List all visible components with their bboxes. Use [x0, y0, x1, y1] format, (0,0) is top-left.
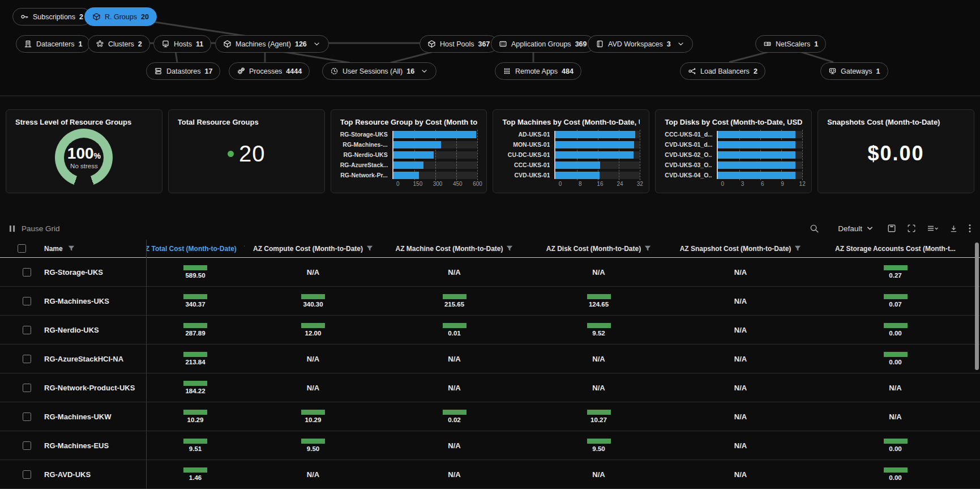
- topology-node-datacenters[interactable]: Datacenters1: [16, 35, 90, 53]
- chart-category-label: RG-Nerdio-UKS: [340, 151, 388, 159]
- topology-node-r-groups[interactable]: R. Groups20: [84, 7, 157, 26]
- row-name: RG-Machines-EUS: [36, 441, 146, 450]
- topology-node-remote-apps[interactable]: Remote Apps484: [495, 62, 581, 80]
- search-icon[interactable]: [810, 224, 819, 233]
- topology-node-gateways[interactable]: Gateways1: [820, 62, 888, 80]
- node-count: 20: [141, 13, 149, 21]
- pause-grid-label[interactable]: Pause Grid: [22, 224, 60, 233]
- value-text: 9.51: [189, 445, 202, 452]
- value-bar: [443, 410, 467, 415]
- topology-node-hosts[interactable]: Hosts11: [153, 35, 211, 53]
- value-bar: [587, 294, 611, 299]
- topology-node-netscalers[interactable]: NetScalers1: [755, 35, 826, 53]
- axis-tick: 0: [396, 181, 400, 187]
- topology-node-datastores[interactable]: Datastores17: [146, 62, 220, 80]
- column-header-az-disk-cost-month-to-date[interactable]: AZ Disk Cost (Month-to-Date): [527, 245, 670, 253]
- chart-bar-track: [718, 172, 802, 179]
- node-count: 367: [478, 40, 490, 48]
- table-row[interactable]: RG-Nerdio-UKS287.8912.000.019.52N/A0.00: [0, 316, 980, 345]
- column-header-az-total-cost-month-to-date[interactable]: AZ Total Cost (Month-to-Date): [146, 245, 245, 253]
- scrollbar-thumb[interactable]: [975, 243, 979, 370]
- table-row[interactable]: RG-AzureStackHCI-NA213.84N/AN/AN/AN/A0.0…: [0, 345, 980, 373]
- save-view-icon[interactable]: [887, 224, 896, 233]
- cost-cell: 213.84: [183, 352, 207, 365]
- topology-node-machines-agent[interactable]: Machines (Agent)126: [215, 35, 329, 53]
- row-name: RG-Machines-UKS: [36, 297, 146, 305]
- row-checkbox[interactable]: [23, 470, 31, 479]
- topology-node-load-balancers[interactable]: Load Balancers2: [680, 62, 765, 80]
- axis-tick: 150: [413, 181, 423, 187]
- topology-node-avd-workspaces[interactable]: AVD Workspaces3: [588, 35, 693, 53]
- table-row[interactable]: RG-Storage-UKS589.50N/AN/AN/AN/A0.27: [0, 258, 980, 287]
- table-row[interactable]: RG-Machines-EUS9.519.50N/A9.50N/A0.00: [0, 431, 980, 460]
- topology-node-subscriptions[interactable]: Subscriptions2: [12, 8, 91, 25]
- chart-bar-track: [393, 131, 478, 138]
- download-icon[interactable]: [949, 224, 958, 233]
- row-density-icon[interactable]: [927, 224, 939, 233]
- chart-bar: [393, 172, 420, 179]
- cost-cell: 9.50: [587, 439, 611, 452]
- cost-cell: 0.00: [884, 439, 908, 452]
- filter-icon[interactable]: [644, 245, 651, 252]
- filter-icon[interactable]: [68, 245, 75, 252]
- row-checkbox[interactable]: [23, 326, 31, 334]
- row-checkbox[interactable]: [23, 413, 31, 421]
- pause-icon[interactable]: [9, 225, 15, 232]
- na-value: N/A: [307, 268, 319, 277]
- filter-icon[interactable]: [506, 245, 513, 252]
- view-selector-dropdown[interactable]: Default: [838, 224, 873, 233]
- na-value: N/A: [734, 297, 747, 305]
- select-all-checkbox[interactable]: [18, 244, 26, 253]
- chart-category-label: RG-Network-Pr...: [340, 172, 388, 179]
- row-name: RG-Storage-UKS: [36, 268, 146, 277]
- table-row[interactable]: RG-Machines-UKW10.2910.290.0210.27N/AN/A: [0, 402, 980, 431]
- axis-tick: 0: [721, 181, 725, 187]
- column-header-az-machine-cost-month-to-date[interactable]: AZ Machine Cost (Month-to-Date): [382, 245, 527, 253]
- chart-bar: [393, 131, 476, 138]
- row-checkbox[interactable]: [23, 384, 31, 392]
- value-bar: [183, 265, 207, 270]
- cost-cell: 184.22: [183, 381, 207, 394]
- na-value: N/A: [592, 470, 605, 479]
- topology-node-clusters[interactable]: Clusters2: [88, 35, 150, 53]
- chart-bar-track: [393, 172, 478, 179]
- filter-icon[interactable]: [366, 245, 373, 252]
- chevron-down-icon: [867, 226, 873, 231]
- table-row[interactable]: RG-Machines-UKS340.37340.30215.65124.65N…: [0, 287, 980, 316]
- value-text: 124.65: [589, 301, 609, 308]
- row-checkbox[interactable]: [23, 297, 31, 305]
- topology-node-application-groups[interactable]: Application Groups369: [491, 35, 594, 53]
- row-checkbox[interactable]: [23, 268, 31, 277]
- axis-tick: 300: [433, 181, 443, 187]
- axis-tick: 32: [637, 181, 643, 187]
- na-value: N/A: [734, 355, 747, 363]
- axis-tick: 8: [579, 181, 582, 187]
- axis-tick: 0: [559, 181, 562, 187]
- row-checkbox[interactable]: [23, 355, 31, 363]
- filter-icon[interactable]: [794, 245, 801, 252]
- row-name: RG-Machines-UKW: [36, 413, 146, 421]
- chart-bar: [393, 161, 423, 169]
- topology-node-host-pools[interactable]: Host Pools367: [420, 35, 498, 53]
- header-select-all: [0, 244, 36, 253]
- fullscreen-icon[interactable]: [907, 224, 916, 233]
- column-header-name[interactable]: Name: [36, 245, 146, 253]
- value-text: 340.30: [303, 301, 323, 308]
- node-count: 2: [138, 40, 142, 48]
- topology-node-user-sessions[interactable]: User Sessions (All)16: [322, 62, 436, 80]
- column-header-az-snapshot-cost-month-to-date[interactable]: AZ Snapshot Cost (Month-to-Date): [670, 245, 811, 253]
- table-row[interactable]: RG-AVD-UKS1.46N/AN/AN/AN/A0.00: [0, 460, 980, 489]
- row-checkbox[interactable]: [23, 441, 31, 450]
- table-row[interactable]: RG-Network-Product-UKS184.22N/AN/AN/AN/A…: [0, 373, 980, 402]
- kebab-menu-icon[interactable]: [969, 224, 971, 233]
- chart-bar-track: [555, 161, 640, 169]
- topology-node-processes[interactable]: Processes4444: [229, 62, 310, 80]
- vertical-scrollbar[interactable]: [975, 241, 979, 489]
- card-title: Snapshots Cost (Month-to-Date): [827, 118, 965, 126]
- node-label: Application Groups: [511, 40, 571, 48]
- chart-category-label: CVD-UKS-01: [502, 172, 550, 179]
- column-header-az-compute-cost-month-to-date[interactable]: AZ Compute Cost (Month-to-Date): [245, 245, 382, 253]
- column-header-az-storage-accounts-cost-month-t[interactable]: AZ Storage Accounts Cost (Month-t...: [811, 245, 980, 253]
- chart-bar-track: [555, 141, 640, 148]
- cost-cell: 10.29: [183, 410, 207, 423]
